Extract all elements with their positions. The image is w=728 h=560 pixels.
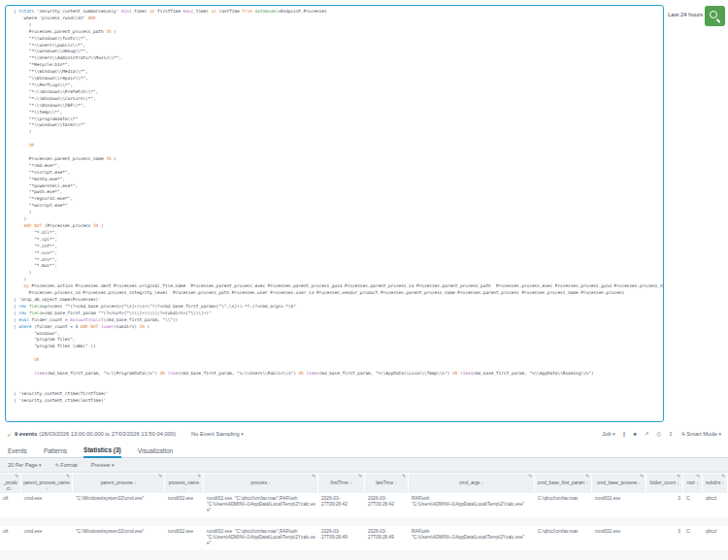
tab-patterns[interactable]: Patterns xyxy=(44,447,67,457)
search-button[interactable] xyxy=(705,6,725,26)
edit-column-icon[interactable]: ✎ xyxy=(15,475,18,479)
query-line: "*.ocx*", xyxy=(14,250,661,257)
column-header-process_name[interactable]: ✎process_name ↕ xyxy=(165,474,204,493)
cell-root[interactable]: C: xyxy=(683,526,703,550)
pause-job-button[interactable]: ∥ xyxy=(623,431,626,437)
column-header-subdirs[interactable]: ✎subdirs ↕ xyxy=(703,474,728,493)
cell-lastTime[interactable]: 2026-03-27T09:26:49 xyxy=(365,526,409,550)
column-header-cmd_base_process[interactable]: ✎cmd_base_process ↕ xyxy=(592,474,646,493)
sort-icon[interactable]: ↕ xyxy=(268,480,270,485)
query-line: "*.dll*", xyxy=(14,230,661,237)
query-line: "*\\temp\\*", xyxy=(14,110,661,116)
sort-icon[interactable]: ↕ xyxy=(586,480,588,485)
sort-icon[interactable]: ↕ xyxy=(46,486,48,491)
sort-icon[interactable]: ↕ xyxy=(12,486,14,491)
edit-column-icon[interactable]: ✎ xyxy=(66,475,70,479)
edit-column-icon[interactable]: ✎ xyxy=(528,475,532,479)
table-body: oftcmd.exe"C:\Windows\system32\cmd.exe"r… xyxy=(0,493,728,560)
column-header-parent_process_name[interactable]: ✎parent_process_name ↕ xyxy=(21,474,73,493)
cell-firstTime[interactable]: 2026-03-27T09:26:42 xyxy=(318,493,365,517)
sort-icon[interactable]: ↕ xyxy=(722,480,724,485)
sort-icon[interactable]: ↕ xyxy=(677,480,678,485)
cell-cmd_base_first_param[interactable]: C:\qhccl\cmfav.max xyxy=(535,526,592,550)
print-button[interactable]: ⎙ xyxy=(656,431,660,438)
column-header-folder_count[interactable]: ✎folder_count ↕ xyxy=(646,474,683,493)
sort-icon[interactable]: ↕ xyxy=(395,480,397,485)
sort-icon[interactable]: ↕ xyxy=(182,486,184,491)
time-range-picker[interactable]: Last 24 hours ▾ xyxy=(668,12,708,17)
cell-subdirs[interactable]: qhccl xyxy=(703,493,728,517)
tab-visualization[interactable]: Visualization xyxy=(138,447,173,457)
edit-column-icon[interactable]: ✎ xyxy=(585,475,589,479)
column-header-cmd_args[interactable]: ✎cmd_args ↕ xyxy=(409,474,535,493)
edit-column-icon[interactable]: ✎ xyxy=(640,475,644,479)
results-toolbar: 20 Per Page ▾ ✎ Format Preview ▾ xyxy=(0,458,728,473)
sort-icon[interactable]: ↕ xyxy=(481,480,483,485)
cell-firstTime[interactable]: 2026-03-27T09:26:49 xyxy=(318,526,365,550)
job-menu-label: Job xyxy=(602,431,611,437)
sort-icon[interactable]: ↕ xyxy=(134,480,136,485)
column-label: process_name ↕ xyxy=(165,480,203,491)
search-query-editor[interactable]: | tstats 'security_content_summariesonly… xyxy=(5,5,664,422)
edit-column-icon[interactable]: ✎ xyxy=(677,475,680,479)
event-sampling-dropdown[interactable]: No Event Sampling ▾ xyxy=(191,431,244,437)
cell-parent_process_name[interactable]: cmd.exe xyxy=(21,526,73,550)
stop-job-button[interactable]: ■ xyxy=(634,431,637,437)
query-line: "*\\PerfLogs\\*", xyxy=(14,82,661,89)
edit-column-icon[interactable]: ✎ xyxy=(312,475,315,479)
query-line: "*\\programdata\\*" xyxy=(14,116,661,123)
event-sampling-label: No Event Sampling xyxy=(191,431,240,437)
column-header-vendor_product[interactable]: ✎_product ↕ xyxy=(0,474,21,493)
cell-folder_count[interactable]: 3 xyxy=(646,526,683,550)
cell-subdirs[interactable]: qhccl xyxy=(703,526,728,550)
cell-parent_process[interactable]: "C:\Windows\system32\cmd.exe" xyxy=(73,493,165,517)
tab-statistics-3[interactable]: Statistics (3) xyxy=(83,446,121,458)
sort-icon[interactable]: ↕ xyxy=(349,480,351,485)
cell-cmd_base_process[interactable]: rundll32.exe xyxy=(592,526,646,550)
cell-process[interactable]: rundll32.exe "C:\qhccl\cmfav.max",RAFlus… xyxy=(204,526,318,550)
preview-dropdown[interactable]: Preview ▾ xyxy=(91,462,115,468)
edit-column-icon[interactable]: ✎ xyxy=(197,475,201,479)
cell-lastTime[interactable]: 2026-03-27T09:26:42 xyxy=(365,493,409,517)
chevron-down-icon: ▾ xyxy=(39,462,42,468)
sort-icon[interactable]: ↕ xyxy=(639,480,641,485)
cell-vendor_product[interactable]: oft xyxy=(0,526,21,550)
edit-column-icon[interactable]: ✎ xyxy=(402,475,406,479)
cell-parent_process_name[interactable]: cmd.exe xyxy=(21,493,73,517)
cell-process[interactable]: rundll32.exe "C:\qhccl\cmfav.max",RAFlus… xyxy=(204,493,318,517)
column-header-cmd_base_first_param[interactable]: ✎cmd_base_first_param ↕ xyxy=(535,474,592,493)
cell-process_name[interactable]: rundll32.exe xyxy=(165,493,204,517)
column-header-root[interactable]: ✎root ↕ xyxy=(683,474,703,493)
edit-column-icon[interactable]: ✎ xyxy=(696,475,700,479)
column-header-lastTime[interactable]: ✎lastTime ↕ xyxy=(365,474,409,493)
job-menu[interactable]: Job ▾ xyxy=(602,431,615,437)
column-header-process[interactable]: ✎process ↕ xyxy=(204,474,318,493)
per-page-dropdown[interactable]: 20 Per Page ▾ xyxy=(8,462,42,468)
edit-column-icon[interactable]: ✎ xyxy=(721,475,725,479)
cell-cmd_base_first_param[interactable]: C:\qhccl\cmfav.max xyxy=(535,493,592,517)
cell-cmd_args[interactable]: RAFlush "C:\Users\ADMINI~1\AppData\Local… xyxy=(409,526,535,550)
export-button[interactable]: ↧ xyxy=(669,431,674,437)
cell-cmd_args[interactable]: RAFlush "C:\Users\ADMINI~1\AppData\Local… xyxy=(409,493,535,517)
column-header-firstTime[interactable]: ✎firstTime ↕ xyxy=(318,474,365,493)
cell-process_name[interactable]: rundll32.exe xyxy=(165,526,204,550)
cell-parent_process[interactable]: "C:\Windows\system32\cmd.exe" xyxy=(73,526,165,550)
query-line: "*mshta.exe*", xyxy=(14,177,661,183)
query-line: Processes.parent_process_name IN ( xyxy=(14,156,661,163)
search-mode-dropdown[interactable]: ϟ Smart Mode ▾ xyxy=(681,431,721,437)
share-job-button[interactable]: ↗ xyxy=(645,431,649,437)
cell-vendor_product[interactable]: oft xyxy=(0,493,21,517)
edit-column-icon[interactable]: ✎ xyxy=(358,475,362,479)
query-line: OR xyxy=(14,143,661,149)
tab-events[interactable]: Events xyxy=(8,447,27,457)
job-done-check-icon: ✓ xyxy=(7,431,12,438)
search-icon xyxy=(716,18,720,22)
query-line: ( xyxy=(14,22,661,29)
cell-folder_count[interactable]: 3 xyxy=(646,493,683,517)
cell-root[interactable]: C: xyxy=(683,493,703,517)
cell-cmd_base_process[interactable]: rundll32.exe xyxy=(592,493,646,517)
edit-column-icon[interactable]: ✎ xyxy=(158,475,162,479)
format-button[interactable]: ✎ Format xyxy=(55,462,78,468)
column-header-parent_process[interactable]: ✎parent_process ↕ xyxy=(73,474,165,493)
sort-icon[interactable]: ↕ xyxy=(696,480,698,485)
